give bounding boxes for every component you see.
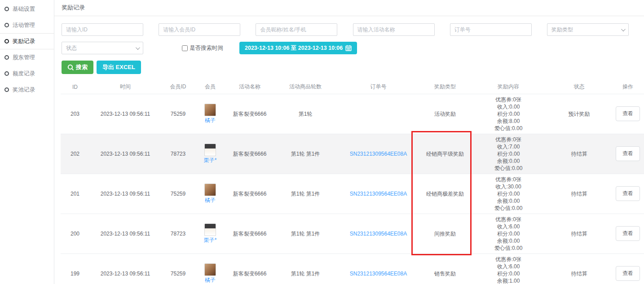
- reward-content-line: 爱心值:0.00: [471, 165, 546, 172]
- chevron-down-icon: [136, 45, 140, 50]
- radio-circle-icon: [4, 71, 9, 76]
- order-no-link[interactable]: SN23121309564EE08A: [350, 191, 407, 197]
- cell-member: 栗子*: [195, 214, 225, 253]
- sidebar-item-shareholder-management[interactable]: 股东管理: [0, 49, 54, 66]
- cell-activity: 新客裂变6666: [225, 134, 274, 174]
- cell-id: 201: [61, 174, 89, 214]
- sidebar-item-reward-records[interactable]: 奖励记录: [0, 33, 54, 49]
- sidebar-item-prizepool-records[interactable]: 奖池记录: [0, 82, 54, 98]
- cell-activity: 新客裂变6666: [225, 174, 274, 214]
- order-no-link[interactable]: SN23121309564EE08A: [350, 231, 407, 237]
- col-header-member-id: 会员ID: [161, 80, 195, 94]
- member-avatar[interactable]: [204, 223, 216, 236]
- radio-circle-icon: [4, 55, 9, 60]
- cell-time: 2023-12-13 09:56:11: [89, 174, 161, 214]
- view-button[interactable]: 查看: [616, 226, 640, 241]
- cell-order: [337, 94, 420, 134]
- reward-type-select-value: 奖励类型: [551, 26, 573, 34]
- filter-row-1: 奖励类型: [62, 23, 629, 36]
- activity-name-input[interactable]: [353, 23, 435, 36]
- col-header-order: 订单号: [337, 80, 420, 94]
- view-button[interactable]: 查看: [616, 146, 640, 161]
- sidebar-item-label: 额度记录: [13, 70, 35, 78]
- export-excel-button[interactable]: 导出 EXCEL: [97, 61, 141, 74]
- cell-member: 橘子: [195, 253, 225, 284]
- order-no-link[interactable]: SN23121309564EE08A: [350, 271, 407, 277]
- cell-time: 2023-12-13 09:56:11: [89, 134, 161, 174]
- cell-activity: 新客裂变6666: [225, 94, 274, 134]
- order-no-link[interactable]: SN23121309564EE08A: [350, 151, 407, 157]
- records-table: ID 时间 会员ID 会员 活动名称 活动商品轮数 订单号 奖励类型 奖励内容 …: [61, 80, 644, 284]
- view-button[interactable]: 查看: [616, 266, 640, 281]
- view-button[interactable]: 查看: [616, 106, 640, 121]
- status-select-value: 状态: [66, 44, 77, 52]
- cell-id: 203: [61, 94, 89, 134]
- cell-member-id: 75259: [161, 94, 195, 134]
- cell-reward-content: 优惠券:0张 收入:7.00 积分:0.00 余额:0.00 爱心值:0.00: [470, 134, 547, 174]
- reward-type-select[interactable]: 奖励类型: [547, 23, 629, 36]
- reward-content-line: 积分:0.00: [471, 110, 546, 118]
- export-button-label: 导出 EXCEL: [102, 63, 135, 71]
- reward-content-line: 余额:1.00: [471, 277, 546, 284]
- member-name-link[interactable]: 栗子*: [204, 237, 217, 243]
- cell-status: 待结算: [547, 253, 612, 284]
- sidebar: 基础设置 活动管理 奖励记录 股东管理 额度记录 奖池记录: [0, 0, 54, 284]
- member-id-input[interactable]: [159, 23, 240, 36]
- table-row: 201 2023-12-13 09:56:11 75259 橘子 新客裂变666…: [61, 174, 644, 214]
- reward-content-line: 收入:0.00: [471, 103, 546, 110]
- col-header-member: 会员: [195, 80, 225, 94]
- action-buttons-row: 搜索 导出 EXCEL: [54, 54, 644, 74]
- member-avatar[interactable]: [204, 144, 216, 156]
- sidebar-item-quota-records[interactable]: 额度记录: [0, 66, 54, 82]
- member-name-link[interactable]: 栗子*: [204, 157, 217, 163]
- reward-content-line: 余额:0.00: [471, 237, 546, 245]
- view-button[interactable]: 查看: [616, 186, 640, 201]
- calendar-icon: [345, 45, 352, 51]
- cell-time: 2023-12-13 09:56:11: [89, 214, 161, 253]
- member-name-input[interactable]: [256, 23, 337, 36]
- reward-content-line: 收入:30.00: [471, 183, 546, 190]
- cell-action: 查看: [612, 214, 644, 253]
- cell-reward-type: 活动奖励: [420, 94, 470, 134]
- table-header-row: ID 时间 会员ID 会员 活动名称 活动商品轮数 订单号 奖励类型 奖励内容 …: [61, 80, 644, 94]
- search-time-checkbox[interactable]: [182, 45, 188, 51]
- id-input[interactable]: [62, 23, 143, 36]
- member-name-link[interactable]: 橘子: [205, 197, 216, 203]
- cell-reward-type: 经销商极差奖励: [420, 174, 470, 214]
- sidebar-item-basic-settings[interactable]: 基础设置: [0, 1, 54, 17]
- col-header-activity: 活动名称: [225, 80, 274, 94]
- cell-action: 查看: [612, 94, 644, 134]
- cell-order: SN23121309564EE08A: [337, 214, 420, 253]
- member-avatar[interactable]: [204, 104, 216, 116]
- search-icon: [67, 64, 74, 71]
- reward-content-line: 余额:8.00: [471, 118, 546, 125]
- member-avatar[interactable]: [204, 263, 216, 276]
- cell-reward-content: 优惠券:0张 收入:6.00 积分:0.00 余额:1.00 爱心值:0.00: [470, 253, 547, 284]
- cell-time: 2023-12-13 09:56:11: [89, 94, 161, 134]
- cell-reward-content: 优惠券:0张 收入:0.00 积分:0.00 余额:8.00 爱心值:0.00: [470, 94, 547, 134]
- member-name-link[interactable]: 橘子: [205, 117, 216, 123]
- sidebar-item-label: 奖励记录: [13, 38, 35, 45]
- cell-rounds: 第1轮 第1件: [274, 214, 337, 253]
- filter-panel: 奖励类型 状态 是否搜索时间 2023-12-13 10:06 至 2023-1…: [54, 16, 644, 54]
- sidebar-item-activity-management[interactable]: 活动管理: [0, 17, 54, 33]
- cell-reward-type: 间推奖励: [420, 214, 470, 253]
- page-title: 奖励记录: [54, 4, 644, 12]
- filter-row-2: 状态 是否搜索时间 2023-12-13 10:06 至 2023-12-13 …: [62, 42, 629, 54]
- search-button[interactable]: 搜索: [62, 61, 93, 74]
- cell-member-id: 78723: [161, 134, 195, 174]
- order-no-input[interactable]: [450, 23, 532, 36]
- reward-content-line: 收入:6.00: [471, 223, 546, 230]
- chevron-down-icon: [621, 27, 626, 31]
- sidebar-item-label: 奖池记录: [13, 86, 35, 94]
- radio-circle-icon: [4, 7, 9, 11]
- member-avatar[interactable]: [204, 184, 216, 196]
- status-select[interactable]: 状态: [62, 42, 143, 54]
- cell-id: 202: [61, 134, 89, 174]
- col-header-time: 时间: [89, 80, 161, 94]
- col-header-reward-type: 奖励类型: [420, 80, 470, 94]
- reward-content-line: 积分:0.00: [471, 270, 546, 277]
- app-window: 基础设置 活动管理 奖励记录 股东管理 额度记录 奖池记录 奖励记录: [0, 0, 644, 284]
- member-name-link[interactable]: 橘子: [205, 277, 216, 283]
- date-range-button[interactable]: 2023-12-13 10:06 至 2023-12-13 10:06: [239, 42, 357, 54]
